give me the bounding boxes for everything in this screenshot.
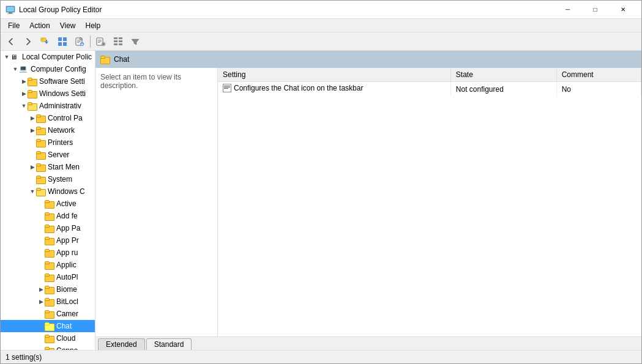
main-window: Local Group Policy Editor ─ □ ✕ File Act… <box>0 0 642 364</box>
svg-rect-29 <box>224 87 230 87</box>
tree-item-chat[interactable]: ▶ Chat <box>1 320 95 332</box>
root-icon: 🖥 <box>10 53 20 61</box>
svg-rect-22 <box>114 40 118 42</box>
tree-item-autoplay[interactable]: ▶ AutoPl <box>1 271 95 283</box>
setting-cell: Configures the Chat icon on the taskbar <box>218 82 450 97</box>
folder-icon-app <box>45 261 54 269</box>
svg-rect-21 <box>114 37 118 39</box>
tab-extended[interactable]: Extended <box>98 338 145 350</box>
title-bar: Local Group Policy Editor ─ □ ✕ <box>1 1 641 19</box>
tree-item-wincomp[interactable]: ▼ Windows C <box>1 185 95 198</box>
content-pane: Chat Select an item to view its descript… <box>95 51 641 350</box>
svg-rect-24 <box>119 37 122 39</box>
folder-icon-sm <box>36 163 46 171</box>
svg-rect-18 <box>98 42 100 43</box>
svg-rect-12 <box>77 41 81 42</box>
export-button[interactable] <box>72 34 88 49</box>
tree-item-software[interactable]: ▶ Software Setti <box>1 75 95 87</box>
table-row[interactable]: Configures the Chat icon on the taskbar … <box>218 82 641 97</box>
description-text: Select an item to view its description. <box>100 73 181 90</box>
tree-item-cloud[interactable]: ▶ Cloud <box>1 332 95 344</box>
folder-icon-af <box>45 212 54 220</box>
svg-rect-28 <box>224 86 230 86</box>
tree-item-connect[interactable]: ▶ Conne <box>1 344 95 350</box>
tree-item-printers[interactable]: ▶ Printers <box>1 136 95 149</box>
breadcrumb-folder-icon <box>100 55 110 64</box>
tab-standard[interactable]: Standard <box>146 338 192 350</box>
folder-icon-apriv <box>45 236 54 245</box>
tree-item-bitlocker[interactable]: ▶ BitLocl <box>1 295 95 308</box>
tree-item-network[interactable]: ▶ Network <box>1 124 95 136</box>
folder-icon-network <box>36 126 46 135</box>
folder-icon-conn <box>45 346 54 350</box>
show-hide-button[interactable] <box>54 34 70 49</box>
minimize-button[interactable]: ─ <box>554 1 581 19</box>
expand-cp-icon: ▶ <box>29 114 36 122</box>
col-state[interactable]: State <box>450 68 556 82</box>
svg-rect-30 <box>224 88 228 89</box>
description-panel: Select an item to view its description. <box>95 68 218 336</box>
forward-button[interactable] <box>20 34 36 49</box>
tree-item-windows-settings[interactable]: ▶ Windows Setti <box>1 87 95 100</box>
window-title: Local Group Policy Editor <box>19 6 554 14</box>
tree-item-start-menu[interactable]: ▶ Start Men <box>1 161 95 173</box>
back-button[interactable] <box>3 34 19 49</box>
svg-rect-6 <box>58 37 62 41</box>
tree-item-apppriv[interactable]: ▶ App Pr <box>1 234 95 247</box>
folder-icon-cloud <box>45 334 54 343</box>
tree-item-system[interactable]: ▶ System <box>1 173 95 185</box>
status-bar: 1 setting(s) <box>1 350 641 363</box>
svg-rect-5 <box>41 39 43 40</box>
folder-icon-apkg <box>45 224 54 232</box>
tree-item-application[interactable]: ▶ Applic <box>1 259 95 271</box>
maximize-button[interactable]: □ <box>581 1 609 19</box>
toolbar <box>1 32 641 51</box>
menu-file[interactable]: File <box>3 20 24 31</box>
tree-item-addfeatures[interactable]: ▶ Add fe <box>1 210 95 222</box>
tree-item-apppkg[interactable]: ▶ App Pa <box>1 222 95 234</box>
app-icon <box>6 5 15 15</box>
expand-net-icon: ▶ <box>29 127 36 134</box>
policy-setting-icon <box>223 84 231 92</box>
folder-icon-software <box>28 77 37 86</box>
svg-rect-16 <box>98 40 102 40</box>
tree-item-control-panel[interactable]: ▶ Control Pa <box>1 112 95 124</box>
tree-item-server[interactable]: ▶ Server <box>1 149 95 161</box>
svg-rect-1 <box>7 7 14 12</box>
close-button[interactable]: ✕ <box>609 1 636 19</box>
up-button[interactable] <box>37 34 53 49</box>
grid-button[interactable] <box>110 34 126 49</box>
expand-wc-icon: ▼ <box>29 188 36 195</box>
folder-icon-admin <box>28 102 37 110</box>
folder-icon-active <box>45 199 54 208</box>
menu-view[interactable]: View <box>55 20 81 31</box>
expand-bio-icon: ▶ <box>37 286 45 293</box>
folder-icon-printers <box>36 138 46 147</box>
settings-button[interactable] <box>93 34 109 49</box>
menu-action[interactable]: Action <box>24 20 54 31</box>
tree-item-camera[interactable]: ▶ Camer <box>1 308 95 320</box>
content-split: Select an item to view its description. … <box>95 68 641 336</box>
expand-cc-icon: ▼ <box>12 65 19 73</box>
breadcrumb-label: Chat <box>114 55 129 64</box>
filter-button[interactable] <box>127 34 143 49</box>
tab-bar: Extended Standard <box>95 336 641 350</box>
tree-item-computer-config[interactable]: ▼ 💻 Computer Config <box>1 63 95 75</box>
col-comment[interactable]: Comment <box>556 68 641 82</box>
svg-point-20 <box>103 43 104 45</box>
menu-bar: File Action View Help <box>1 19 641 32</box>
col-setting[interactable]: Setting <box>218 68 450 82</box>
svg-rect-8 <box>58 42 62 46</box>
tree-item-apprt[interactable]: ▶ App ru <box>1 247 95 259</box>
tree-item-root[interactable]: ▼ 🖥 Local Computer Polic <box>1 51 95 63</box>
tree-item-active[interactable]: ▶ Active <box>1 198 95 210</box>
tree-item-admin[interactable]: ▼ Administrativ <box>1 100 95 112</box>
state-cell: Not configured <box>450 82 556 97</box>
expand-sw-icon: ▶ <box>20 78 28 85</box>
tree-item-biometrics[interactable]: ▶ Biome <box>1 283 95 295</box>
tree-pane: ▼ 🖥 Local Computer Polic ▼ 💻 Computer Co… <box>1 51 95 350</box>
folder-icon-ap <box>45 273 54 281</box>
menu-help[interactable]: Help <box>81 20 106 31</box>
folder-icon-wc <box>36 187 46 196</box>
toolbar-separator-1 <box>90 35 91 48</box>
